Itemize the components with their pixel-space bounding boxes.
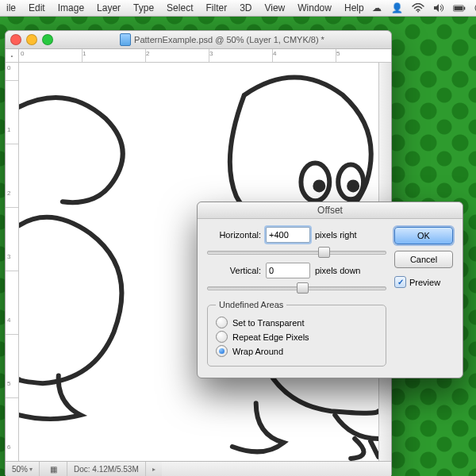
ruler-tick: 5 [336,50,340,57]
menu-file[interactable]: ile [0,2,22,13]
wifi-icon[interactable] [412,2,424,14]
docsize-field[interactable]: Doc: 4.12M/5.53M [67,462,146,476]
zoom-window-button[interactable] [42,34,53,45]
vertical-unit: pixels down [315,266,360,275]
battery-icon[interactable] [453,2,466,14]
svg-point-9 [315,182,323,190]
menu-layer[interactable]: Layer [90,2,127,13]
zoom-field[interactable]: 50%▾ [6,462,40,476]
cancel-button[interactable]: Cancel [394,251,453,268]
offset-dialog: Offset Horizontal: pixels right Vertical… [197,202,463,378]
ruler-tick: 2 [146,50,149,57]
scrollbar-horizontal[interactable] [162,462,391,476]
menu-select[interactable]: Select [160,2,199,13]
dialog-title: Offset [198,202,463,219]
mac-menubar: ile Edit Image Layer Type Select Filter … [0,0,476,17]
undefined-areas-group: Undefined Areas Set to Transparent Repea… [207,300,386,367]
ruler-horizontal: • 0 1 2 3 4 5 [6,49,391,63]
horizontal-slider[interactable] [207,245,386,258]
document-title: PatternExample.psd @ 50% (Layer 1, CMYK/… [134,35,324,44]
file-icon [120,33,131,46]
creative-cloud-icon[interactable]: ☁︎ [370,2,383,14]
menu-type[interactable]: Type [127,2,160,13]
menu-3d[interactable]: 3D [233,2,258,13]
ruler-tick: 1 [83,50,86,57]
menu-image[interactable]: Image [52,2,90,13]
ruler-tick: 4 [273,50,276,57]
menu-view[interactable]: View [258,2,291,13]
minimize-window-button[interactable] [26,34,37,45]
menu-filter[interactable]: Filter [199,2,233,13]
undefined-areas-legend: Undefined Areas [216,300,286,309]
svg-rect-2 [454,6,463,10]
vertical-slider[interactable] [207,281,386,294]
volume-icon[interactable] [432,2,445,14]
vertical-input[interactable] [266,263,310,278]
clock-icon[interactable] [474,2,476,14]
horizontal-label: Horizontal: [207,230,261,240]
horizontal-input[interactable] [266,227,310,243]
radio-set-to-transparent[interactable]: Set to Transparent [216,317,378,328]
radio-wrap-around[interactable]: Wrap Around [216,345,378,357]
horizontal-unit: pixels right [315,230,357,240]
vertical-label: Vertical: [207,266,261,275]
ruler-tick: 3 [209,50,213,57]
ruler-vertical: 0 1 2 3 4 5 6 [6,63,19,461]
titlebar[interactable]: PatternExample.psd @ 50% (Layer 1, CMYK/… [6,31,391,49]
status-bar: 50%▾ ▦ Doc: 4.12M/5.53M ▸ [6,461,391,476]
svg-rect-3 [463,6,464,10]
radio-repeat-edge-pixels[interactable]: Repeat Edge Pixels [216,331,378,343]
svg-point-10 [349,182,357,190]
ruler-tick: 0 [21,50,24,57]
menu-help[interactable]: Help [338,2,370,13]
preview-checkbox[interactable]: ✓ Preview [394,276,453,288]
close-window-button[interactable] [10,34,21,45]
menu-window[interactable]: Window [291,2,338,13]
status-icon[interactable]: ▦ [40,462,67,476]
ok-button[interactable]: OK [394,227,453,244]
menu-edit[interactable]: Edit [22,2,52,13]
svg-point-0 [417,11,419,13]
user-icon[interactable]: 👤 [391,2,404,14]
